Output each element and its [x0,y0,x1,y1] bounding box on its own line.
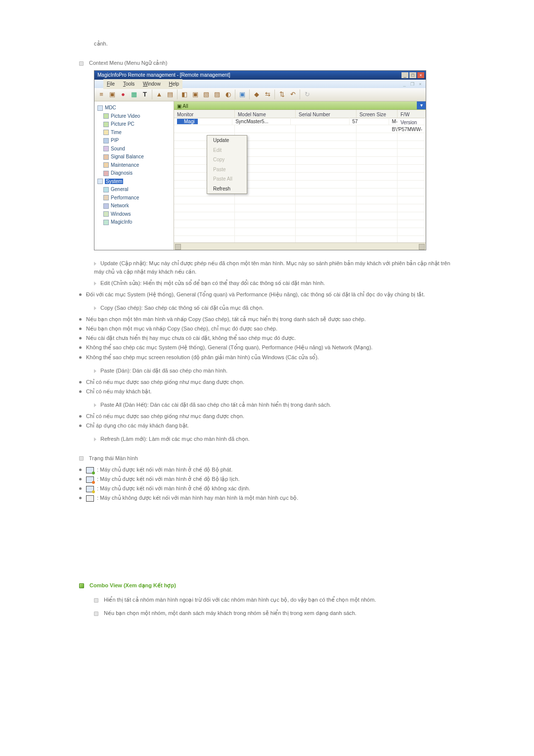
toolbar-icon[interactable]: ◧ [179,90,189,99]
group-header[interactable]: ▣ All ▾ [174,101,426,110]
toolbar-icon[interactable]: ◆ [252,90,262,99]
toolbar-icon[interactable]: ▲ [154,90,164,99]
toolbar-icon[interactable]: ▣ [107,90,117,99]
list-item: Chỉ có nếu máy khách bật. [79,387,455,396]
arrow-icon [94,262,96,266]
tree-item[interactable]: PIP [103,137,172,144]
window-title: MagicInfoPro Remote management - [Remote… [97,71,400,79]
arrow-icon [94,437,96,441]
toolbar: ≡ ▣ ● ▦ T ▲ ▤ ◧ ▣ ▧ ▨ ◐ ▣ ◆ ⇆ ⇅ [94,88,426,101]
toolbar-icon[interactable]: ◐ [223,90,233,99]
list-item: Đối với các mục System (Hệ thống), Gener… [79,290,455,299]
intro-tail: cảnh. [94,40,455,48]
col-fw[interactable]: F/W Version [398,110,426,118]
paste-sublist: Chỉ có nếu mục được sao chép giống như m… [79,378,455,396]
tree-item[interactable]: Signal Balance [103,153,172,161]
menu-tools[interactable]: Tools [120,79,138,89]
table-row[interactable]: Magi SyncMaster5... 57 M-BVP57MWW- [174,117,426,125]
mdi-min-button[interactable]: _ [401,81,408,87]
toolbar-icon[interactable]: ▨ [212,90,222,99]
col-monitor[interactable]: Monitor [174,110,235,118]
toolbar-icon[interactable]: ⇅ [277,90,287,99]
ctx-update[interactable]: Update [207,136,247,145]
scroll-left-button[interactable] [175,244,181,250]
window-close-button[interactable]: × [417,72,424,78]
col-serial[interactable]: Serial Number [296,110,356,118]
context-menu[interactable]: Update Edit Copy Paste Paste All Refresh [207,135,247,194]
tree-root[interactable]: MDC [97,104,172,112]
toolbar-icon[interactable]: ▣ [190,90,200,99]
tree-item[interactable]: MagicInfo [103,218,172,226]
paste-item: Paste (Dán): Dán cài đặt đã sao chép cho… [94,367,455,375]
status-heading: Trạng thái Màn hình [79,454,455,463]
toolbar-icon[interactable]: ▦ [129,90,139,99]
status-heading-text: Trạng thái Màn hình [89,455,138,461]
scroll-right-button[interactable] [419,244,425,250]
combo-item-2: Nếu bạn chọn một nhóm, một danh sách máy… [94,609,455,617]
toolbar-icon[interactable]: ▧ [201,90,211,99]
toolbar-icon[interactable]: T [140,90,150,99]
edit-item: Edit (Chỉnh sửa): Hiển thị một cửa sổ để… [94,279,455,287]
tree-item[interactable]: Network [103,202,172,210]
context-menu-heading: Context Menu (Menu Ngữ cảnh) [79,59,455,67]
menu-window[interactable]: Window [139,79,164,89]
tree-item[interactable]: Maintenance [103,161,172,169]
window-max-button[interactable]: □ [409,72,416,78]
status-unknown-icon [86,486,94,492]
tree-item[interactable]: Picture PC [103,120,172,128]
ctx-refresh[interactable]: Refresh [207,184,247,194]
bullet-icon [94,598,98,603]
list-item: Chỉ có nếu mục được sao chép giống như m… [79,378,455,386]
grid-body[interactable]: Magi SyncMaster5... 57 M-BVP57MWW- [174,117,426,243]
tree-item[interactable]: Sound [103,145,172,153]
toolbar-icon[interactable]: ▣ [237,90,247,99]
list-item: : Máy chủ không được kết nối với màn hìn… [79,494,455,502]
context-menu-heading-text: Context Menu (Menu Ngữ cảnh) [89,60,167,66]
group-dropdown-icon[interactable]: ▾ [417,101,426,109]
combo-item-1: Hiển thị tất cả nhóm màn hình ngoại trừ … [94,596,455,604]
ctx-edit: Edit [207,145,247,155]
tree-item[interactable]: Windows [103,210,172,218]
edit-sublist: Đối với các mục System (Hệ thống), Gener… [79,290,455,299]
copy-item: Copy (Sao chép): Sao chép các thông số c… [94,304,455,312]
mdi-close-button[interactable]: × [417,81,424,87]
mdi-subtitle-bar: File Tools Window Help _ ❐ × [94,80,426,88]
bullet-icon [79,456,84,461]
col-model[interactable]: Model Name [235,110,296,118]
status-list: : Máy chủ được kết nối với màn hình ở ch… [79,466,455,502]
tree-item[interactable]: Performance [103,194,172,202]
tree-item[interactable]: Diagnosis [103,169,172,177]
list-item: Nếu cài đặt chưa hiển thị hay mục chưa c… [79,334,455,342]
toolbar-icon[interactable]: ≡ [96,90,106,99]
menu-bar[interactable]: File Tools Window Help [103,79,182,89]
toolbar-icon[interactable]: ↻ [302,90,312,99]
update-item: Update (Cập nhật): Mục này chỉ được phép… [94,259,455,276]
pasteall-sublist: Chỉ có nếu mục được sao chép giống như m… [79,412,455,430]
toolbar-icon[interactable]: ● [118,90,128,99]
arrow-icon [94,369,96,373]
tree-item[interactable]: General [103,186,172,193]
list-item: Không thể sao chép các mục System (Hệ th… [79,343,455,352]
col-size[interactable]: Screen Size [356,110,398,118]
tree-item[interactable]: Picture Video [103,112,172,120]
list-item: Không thể sao chép mục screen resolution… [79,353,455,362]
ctx-paste-all: Paste All [207,174,247,184]
status-scheduler-icon [86,476,94,483]
arrow-icon [94,403,96,407]
tree-system[interactable]: System [97,178,172,186]
bullet-icon [79,61,84,66]
menu-help[interactable]: Help [165,79,182,89]
window-min-button[interactable]: _ [401,72,408,78]
ctx-paste: Paste [207,165,247,175]
menu-file[interactable]: File [103,79,118,89]
toolbar-icon[interactable]: ▤ [165,90,175,99]
tree-item[interactable]: Time [103,129,172,137]
mdi-restore-button[interactable]: ❐ [409,81,416,87]
horizontal-scrollbar[interactable] [174,242,426,250]
toolbar-icon[interactable]: ⇆ [263,90,272,99]
toolbar-icon[interactable]: ↶ [288,90,298,99]
list-item: : Máy chủ được kết nối với màn hình ở ch… [79,484,455,493]
tree-panel[interactable]: MDC Picture Video Picture PC Time PIP So… [94,101,174,250]
ctx-copy: Copy [207,155,247,165]
list-item: Chỉ có nếu mục được sao chép giống như m… [79,412,455,421]
